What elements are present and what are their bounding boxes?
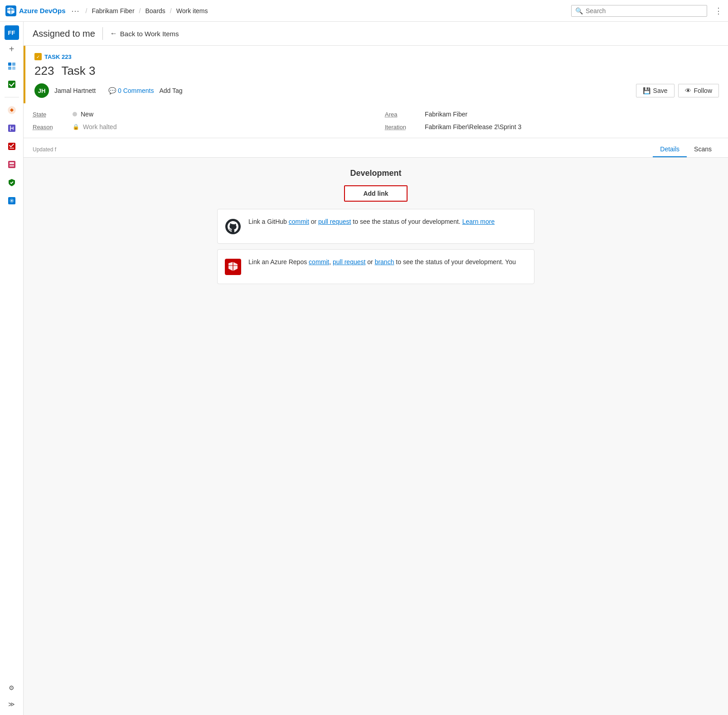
task-number: 223 xyxy=(34,64,54,78)
svg-rect-12 xyxy=(10,165,14,167)
development-title: Development xyxy=(33,169,719,178)
app-logo[interactable]: Azure DevOps xyxy=(5,5,66,16)
follow-button[interactable]: 👁 Follow xyxy=(678,84,719,97)
assignee-row: JH Jamal Hartnett 💬 0 Comments Add Tag 💾… xyxy=(34,83,719,103)
updated-text: Updated f xyxy=(33,146,56,153)
svg-rect-2 xyxy=(12,63,15,66)
svg-rect-4 xyxy=(12,67,15,70)
avatar[interactable]: JH xyxy=(34,83,49,98)
github-dev-card: Link a GitHub commit or pull request to … xyxy=(217,209,534,244)
svg-rect-3 xyxy=(8,67,11,70)
state-label: State xyxy=(33,111,69,118)
add-project-button[interactable]: + xyxy=(5,42,19,56)
search-input[interactable] xyxy=(586,7,703,14)
comments-link[interactable]: 💬 0 Comments xyxy=(108,87,154,94)
tab-scans[interactable]: Scans xyxy=(687,142,719,157)
search-icon: 🔍 xyxy=(575,7,583,14)
svg-rect-10 xyxy=(8,161,15,168)
work-item-header: ✓ TASK 223 223 Task 3 JH Jamal Hartnett … xyxy=(24,46,728,103)
add-link-button[interactable]: Add link xyxy=(344,185,408,202)
lock-icon: 🔒 xyxy=(73,124,79,130)
state-field: State New xyxy=(33,111,367,118)
github-learn-more-link[interactable]: Learn more xyxy=(462,218,495,225)
task-title-row: 223 Task 3 xyxy=(34,64,719,78)
svg-rect-1 xyxy=(8,63,11,66)
tab-details[interactable]: Details xyxy=(653,142,687,157)
task-label-row: ✓ TASK 223 xyxy=(34,53,719,60)
comment-icon: 💬 xyxy=(108,87,116,94)
breadcrumb-boards[interactable]: Boards xyxy=(145,7,165,14)
sidebar-item-artifacts[interactable] xyxy=(5,157,19,172)
task-type-icon: ✓ xyxy=(34,53,42,60)
reason-field: Reason 🔒 Work halted xyxy=(33,123,367,130)
azure-branch-link[interactable]: branch xyxy=(375,258,394,266)
save-button[interactable]: 💾 Save xyxy=(636,84,675,97)
github-pr-link[interactable]: pull request xyxy=(318,218,351,225)
breadcrumb-bar: Assigned to me ← Back to Work Items xyxy=(24,22,728,46)
sidebar-item-delivery[interactable] xyxy=(5,193,19,208)
reason-label: Reason xyxy=(33,124,69,130)
overflow-icon[interactable]: ⋮ xyxy=(714,6,723,16)
iteration-field: Iteration Fabrikam Fiber\Release 2\Sprin… xyxy=(385,123,719,130)
page-title: Assigned to me xyxy=(33,29,95,39)
left-sidebar: FF + xyxy=(0,22,24,715)
azure-repos-card-text: Link an Azure Repos commit, pull request… xyxy=(248,257,516,267)
sidebar-divider xyxy=(5,97,19,97)
iteration-label: Iteration xyxy=(385,124,421,130)
main-layout: FF + xyxy=(0,22,728,715)
sidebar-item-backlogs[interactable] xyxy=(5,77,19,92)
task-id[interactable]: TASK 223 xyxy=(44,53,72,60)
fields-section: State New Area Fabrikam Fiber Reason 🔒 W… xyxy=(24,103,728,138)
action-buttons: 💾 Save 👁 Follow xyxy=(636,84,719,97)
sidebar-item-security[interactable] xyxy=(5,175,19,190)
sidebar-item-repos[interactable] xyxy=(5,121,19,135)
github-card-text: Link a GitHub commit or pull request to … xyxy=(248,217,495,227)
assignee-name: Jamal Hartnett xyxy=(54,87,96,94)
settings-button[interactable]: ⚙ xyxy=(5,681,19,695)
content-area: Assigned to me ← Back to Work Items ✓ TA… xyxy=(24,22,728,715)
svg-rect-11 xyxy=(10,162,14,164)
follow-icon: 👁 xyxy=(685,87,691,94)
fields-grid: State New Area Fabrikam Fiber Reason 🔒 W… xyxy=(33,111,719,130)
task-name[interactable]: Task 3 xyxy=(61,64,95,78)
sidebar-item-boards[interactable] xyxy=(5,59,19,73)
iteration-value[interactable]: Fabrikam Fiber\Release 2\Sprint 3 xyxy=(425,123,521,130)
area-label: Area xyxy=(385,111,421,118)
azure-repos-icon xyxy=(225,259,241,276)
github-icon xyxy=(225,218,241,236)
more-options-icon[interactable]: ⋯ xyxy=(69,6,81,16)
org-avatar[interactable]: FF xyxy=(5,25,19,40)
github-commit-link[interactable]: commit xyxy=(289,218,309,225)
save-icon: 💾 xyxy=(643,87,650,94)
azure-pr-link[interactable]: pull request xyxy=(333,258,365,266)
collapse-sidebar-button[interactable]: ≫ xyxy=(5,697,19,711)
sidebar-item-pipelines[interactable] xyxy=(5,103,19,117)
azure-commit-link[interactable]: commit xyxy=(309,258,329,266)
state-value[interactable]: New xyxy=(81,111,93,118)
breadcrumb-fabrikam[interactable]: Fabrikam Fiber xyxy=(92,7,134,14)
add-tag-button[interactable]: Add Tag xyxy=(159,87,182,94)
back-to-work-items-link[interactable]: ← Back to Work Items xyxy=(110,29,179,38)
back-arrow-icon: ← xyxy=(110,29,117,38)
state-indicator xyxy=(73,112,77,116)
azure-repos-dev-card: Link an Azure Repos commit, pull request… xyxy=(217,249,534,284)
svg-point-15 xyxy=(11,200,12,202)
sidebar-bottom: ⚙ ≫ xyxy=(5,681,19,711)
sidebar-item-testplans[interactable] xyxy=(5,139,19,154)
breadcrumb-work-items[interactable]: Work items xyxy=(176,7,208,14)
area-field: Area Fabrikam Fiber xyxy=(385,111,719,118)
development-section: Development Add link Link a GitHub commi… xyxy=(24,158,728,715)
tabs-row: Updated f Details Scans xyxy=(24,138,728,158)
search-box[interactable]: 🔍 xyxy=(571,5,707,17)
top-nav: Azure DevOps ⋯ / Fabrikam Fiber / Boards… xyxy=(0,0,728,22)
reason-value[interactable]: Work halted xyxy=(83,123,116,130)
area-value[interactable]: Fabrikam Fiber xyxy=(425,111,467,118)
breadcrumb-separator xyxy=(102,27,103,40)
